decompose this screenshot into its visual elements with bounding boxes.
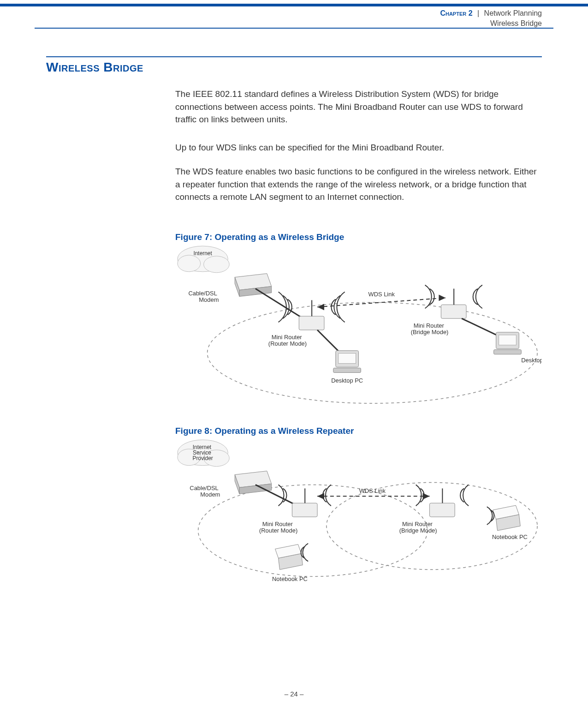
svg-rect-9 [339,354,356,364]
svg-rect-27 [292,503,317,517]
figure8-modem-label: Cable/DSL Modem [190,485,220,498]
figure8-notebook2-label: Notebook PC [492,533,528,540]
svg-marker-12 [317,304,324,310]
paragraph-2: Up to four WDS links can be specified fo… [175,141,542,154]
figure7-desktop2-label: Desktop PC [521,357,542,364]
svg-rect-18 [499,335,517,345]
running-header: Chapter 2 | Network Planning Wireless Br… [440,8,542,29]
header-separator: | [475,9,482,17]
figure-7-caption: Figure 7: Operating as a Wireless Bridge [175,231,542,244]
figure-8-caption: Figure 8: Operating as a Wireless Repeat… [175,425,542,437]
notebook-pc-icon [275,545,303,570]
svg-rect-5 [299,316,324,330]
figure8-router-mode-label: Mini Router (Router Mode) [259,521,297,534]
figure7-desktop1-label: Desktop PC [331,377,363,384]
svg-rect-19 [494,350,522,354]
section-heading: Wireless Bridge [46,60,143,75]
isp-cloud-icon: Internet Service Provider [178,440,229,467]
figure-7-diagram: Internet Cable/DSL Modem [175,245,542,411]
page-number-suffix: – [298,690,304,698]
page-number: 24 [290,690,298,698]
figure7-isp-label: Internet [193,250,212,257]
mini-router-router-icon [299,300,324,330]
figure-8-diagram: Internet Service Provider Cable/DSL Mode… [175,438,542,591]
svg-point-3 [204,256,230,273]
mini-router-bridge-icon [441,289,466,319]
svg-rect-10 [333,368,361,372]
svg-point-0 [208,302,538,403]
modem-icon [235,274,272,297]
figure7-router-mode-label: Mini Router (Router Mode) [268,334,307,347]
desktop-pc-icon [333,351,361,373]
mini-router-bridge-icon [430,488,455,517]
radio-waves-icon [487,507,494,525]
page: Chapter 2 | Network Planning Wireless Br… [0,0,588,707]
figure7-bridge-mode-label: Mini Router (Bridge Mode) [411,322,449,336]
notebook-pc-icon [493,505,521,531]
svg-rect-32 [430,503,455,517]
section-rule [46,56,542,57]
figure7-modem-label: Cable/DSL Modem [188,290,219,303]
figure7-wds-label: WDS Link [368,291,395,298]
header-rule [35,28,553,29]
page-number-prefix: – [285,690,291,698]
svg-marker-13 [439,294,445,301]
page-footer: – 24 – [0,690,588,698]
svg-text:Internet
          Service
   : Internet Service Provider [192,444,213,461]
paragraph-1: The IEEE 802.11 standard defines a Wirel… [175,88,542,126]
svg-marker-30 [317,493,324,499]
figure8-bridge-mode-label: Mini Router (Bridge Mode) [399,521,437,534]
paragraph-3: The WDS feature enables two basic functi… [175,165,542,204]
figure8-wds-label: WDS Link [359,487,386,494]
isp-cloud-icon: Internet [178,246,229,273]
figure8-notebook1-label: Notebook PC [272,575,308,582]
desktop-pc-icon [494,332,522,354]
svg-point-20 [198,485,428,576]
mini-router-router-icon [292,488,317,517]
svg-rect-14 [441,305,466,318]
chapter-label: Chapter 2 [440,9,472,17]
chapter-title: Network Planning [484,9,542,17]
svg-point-2 [178,255,201,272]
top-accent-bar [0,4,588,6]
